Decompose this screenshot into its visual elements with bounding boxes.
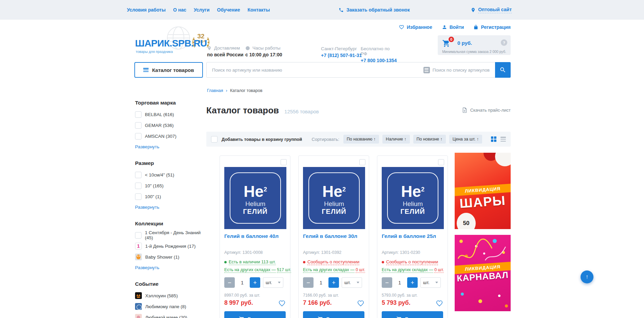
promo-banner-balloons[interactable]: ЛИКВИДАЦИЯ ШАРЫ 50 [455,153,511,229]
product-title[interactable]: Гелий в баллоне 25л [382,233,443,239]
login-link[interactable]: Войти [442,24,464,30]
logo-subtitle: товары для праздника [136,50,173,54]
availability-text[interactable]: Сообщить о поступлении [386,259,438,265]
availability-text[interactable]: Есть в наличии 113 шт. [229,259,276,265]
unit-select[interactable]: шт. [263,277,283,288]
grid-view-icon[interactable] [491,136,496,142]
filter-item-gemar[interactable]: GEMAR (536) [135,122,203,129]
product-select-checkbox[interactable] [281,159,287,165]
topbar-link-training[interactable]: Обучение [217,7,240,13]
availability-text[interactable]: Сообщить о поступлении [307,259,359,265]
checkbox[interactable] [135,232,141,239]
group-add-control[interactable]: Добавить товары в корзину группой [211,136,302,143]
filter-item-size-10cm[interactable]: < 10см/4" (51) [135,171,203,178]
topbar-link-contacts[interactable]: Контакты [247,7,270,13]
favorite-heart-icon[interactable] [436,300,443,306]
unit-select[interactable]: шт. [420,277,441,288]
product-image-helium[interactable]: He2 Helium ГЕЛИЙ [303,167,365,229]
expand-link[interactable]: Развернуть [135,205,159,210]
minus-button[interactable]: − [224,277,235,288]
group-add-checkbox[interactable] [211,136,217,143]
unit-select[interactable]: шт. [342,277,362,288]
favorites-link[interactable]: Избранное [399,24,432,30]
filter-item-mom[interactable]: Любимой маме (20) [135,314,203,318]
topbar-link-about[interactable]: О нас [173,7,186,13]
search-by-list-link[interactable]: Поиск по списку артикулов [423,62,490,78]
filter-label: AMSCAN (307) [145,134,176,139]
product-image-helium[interactable]: He2 Helium ГЕЛИЙ [224,167,286,229]
stock-dot-icon [224,261,227,263]
filter-label: Baby Shower (1) [145,255,179,260]
download-pricelist-link[interactable]: Скачать прайс-лист [462,107,511,113]
favorite-heart-icon[interactable] [278,300,286,306]
filter-item-baby-shower[interactable]: Baby Shower (1) [135,254,203,260]
product-image-helium[interactable]: He2 Helium ГЕЛИЙ [382,167,444,229]
cart-help-icon[interactable]: ? [501,39,507,46]
cart-widget[interactable]: 0 0 руб. ? Минимальная сумма заказа 2 00… [438,35,511,55]
quantity-input[interactable] [395,278,404,288]
sort-by-price[interactable]: Цена за шт. ↑ [449,135,482,144]
sort-by-newness[interactable]: По новизне ↑ [413,135,446,144]
filter-item-september1[interactable]: 1 Сентября - День Знаний (45) [135,232,203,239]
register-link[interactable]: Регистрация [473,24,511,30]
filter-item-belbal[interactable]: BELBAL (616) [135,111,203,118]
breadcrumb-home[interactable]: Главная [207,88,223,93]
favorite-heart-icon[interactable] [357,300,364,306]
wholesale-label: Оптовый сайт [478,7,512,13]
checkbox[interactable] [135,122,141,129]
city-phone-link[interactable]: +7 (812) 507-91-31 [321,53,362,58]
sort-by-name[interactable]: По названию ↑ [343,135,379,144]
topbar-link-services[interactable]: Услуги [194,7,210,13]
catalog-page: Условия работы О нас Услуги Обучение Кон… [0,0,644,318]
wholesale-site-link[interactable]: Оптовый сайт [471,0,512,20]
free-phone-info: Бесплатно по РФ +7 800 100-1354 [361,45,397,63]
helium-label: He2 Helium ГЕЛИЙ [230,172,281,224]
add-to-cart-button[interactable]: В корзину [224,311,286,318]
product-card: He2 Helium ГЕЛИЙ Гелий в баллоне 40л Арт… [220,155,290,318]
filter-item-size-100in[interactable]: 100" (1) [135,193,203,200]
plus-button[interactable]: + [328,277,339,288]
confetti-dot [505,304,508,307]
other-warehouses[interactable]: Есть на других складах — 517 шт. [224,267,286,272]
expand-link[interactable]: Развернуть [135,265,159,270]
product-select-checkbox[interactable] [359,159,365,165]
filter-item-dad[interactable]: Любимому папе (8) [135,303,203,310]
promo-banner-carnival[interactable]: ЛИКВИДАЦИЯ КАРНАВАЛ [455,235,511,311]
add-to-cart-button[interactable]: В корзину [303,311,364,318]
account-links: Избранное Войти Регистрация [399,24,511,30]
product-title[interactable]: Гелий в баллоне 40л [224,233,286,239]
checkbox[interactable] [135,193,141,200]
scroll-to-top-button[interactable]: ↑ [581,270,593,283]
filter-item-halloween[interactable]: Хэллоуин (585) [135,292,203,299]
filter-item-first-birthday[interactable]: 1-й День Рождения (17) [135,243,203,249]
checkbox[interactable] [135,183,141,189]
product-select-checkbox[interactable] [438,159,444,165]
plus-button[interactable]: + [250,277,260,288]
list-view-icon[interactable] [500,137,506,142]
quantity-input[interactable] [316,278,326,288]
expand-link[interactable]: Развернуть [135,144,159,149]
quantity-input[interactable] [238,278,247,288]
logo[interactable]: ШАРИК.SPB.RU товары для праздника [135,26,210,55]
checkbox[interactable] [135,172,141,178]
plus-button[interactable]: + [407,277,418,288]
favorites-label: Избранное [407,24,432,30]
product-title[interactable]: Гелий в баллоне 30л [303,233,364,239]
other-warehouses[interactable]: Есть на других складах — 0 шт. [382,267,443,272]
filter-item-size-10in[interactable]: 10" (165) [135,182,203,189]
search-button[interactable] [495,62,511,78]
callback-link[interactable]: Заказать обратный звонок [339,0,410,20]
catalog-button[interactable]: Каталог товаров [134,62,203,78]
sort-by-availability[interactable]: Наличие ↑ [382,135,410,144]
minus-button[interactable]: − [382,277,392,288]
checkbox[interactable] [135,111,141,118]
other-warehouses[interactable]: Есть на других складах — 0 шт. [303,267,364,272]
filter-item-amscan[interactable]: AMSCAN (307) [135,133,203,139]
document-icon [462,107,468,113]
group-add-label: Добавить товары в корзину группой [222,137,302,142]
minus-button[interactable]: − [303,277,314,288]
balloon-icon [495,153,511,166]
checkbox[interactable] [135,133,141,139]
add-to-cart-button[interactable]: В корзину [382,311,443,318]
topbar-link-terms[interactable]: Условия работы [127,7,166,13]
